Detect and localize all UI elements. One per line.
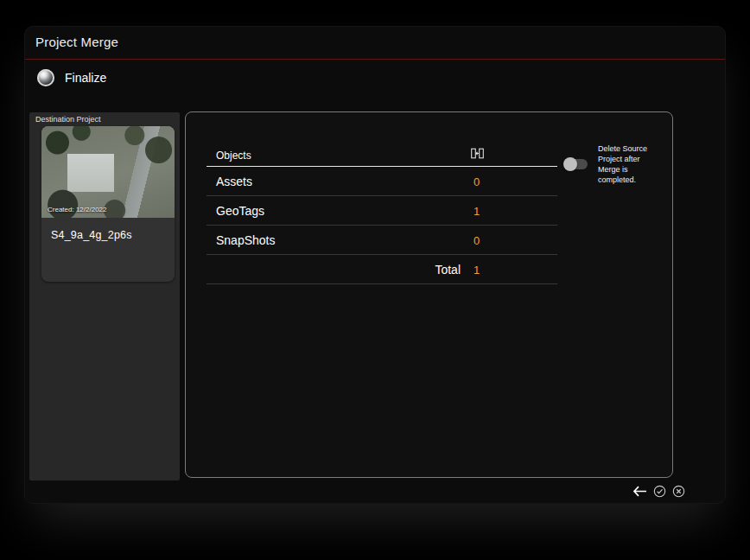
cancel-button[interactable] [672, 485, 685, 500]
merge-columns-icon [471, 147, 484, 162]
delete-source-label: Delete Source Project after Merge is com… [598, 143, 650, 185]
objects-header-label: Objects [216, 150, 251, 162]
total-value: 1 [474, 264, 480, 277]
sphere-icon [37, 69, 54, 86]
toggle-knob [563, 157, 577, 171]
objects-table-header: Objects [207, 112, 557, 167]
project-thumbnail: Created: 12/2/2022 [41, 126, 175, 218]
object-count: 0 [474, 234, 480, 247]
title-divider [25, 59, 725, 60]
confirm-circle-icon [653, 485, 666, 500]
merge-summary-panel: Objects Assets 0 GeoTags 1 SnapShots [185, 111, 673, 478]
table-row: GeoTags 1 [207, 196, 557, 226]
footer-actions [632, 485, 685, 500]
object-count: 0 [474, 175, 480, 188]
object-count: 1 [474, 205, 480, 218]
object-label: GeoTags [216, 204, 264, 218]
table-row: Assets 0 [207, 167, 557, 196]
back-button[interactable] [632, 486, 647, 500]
object-label: Assets [216, 175, 252, 188]
back-arrow-icon [632, 486, 647, 500]
table-row: SnapShots 0 [207, 226, 557, 255]
total-row: Total 1 [207, 255, 557, 284]
delete-source-toggle[interactable] [565, 159, 588, 169]
finalize-step-label: Finalize [65, 71, 106, 85]
created-date-label: Created: 12/2/2022 [48, 206, 107, 213]
object-label: SnapShots [216, 233, 276, 247]
cancel-circle-icon [672, 485, 685, 500]
objects-table: Objects Assets 0 GeoTags 1 SnapShots [207, 112, 557, 284]
destination-panel-label: Destination Project [35, 115, 101, 124]
destination-panel: Destination Project Created: 12/2/2022 S… [29, 112, 180, 480]
confirm-button[interactable] [653, 485, 666, 500]
page-title: Project Merge [35, 35, 118, 49]
project-name: S4_9a_4g_2p6s [51, 229, 175, 241]
destination-project-card[interactable]: Created: 12/2/2022 S4_9a_4g_2p6s [41, 126, 175, 282]
project-merge-dialog: Project Merge Finalize Destination Proje… [24, 26, 726, 504]
finalize-step[interactable]: Finalize [37, 67, 106, 89]
total-label: Total [435, 263, 461, 277]
